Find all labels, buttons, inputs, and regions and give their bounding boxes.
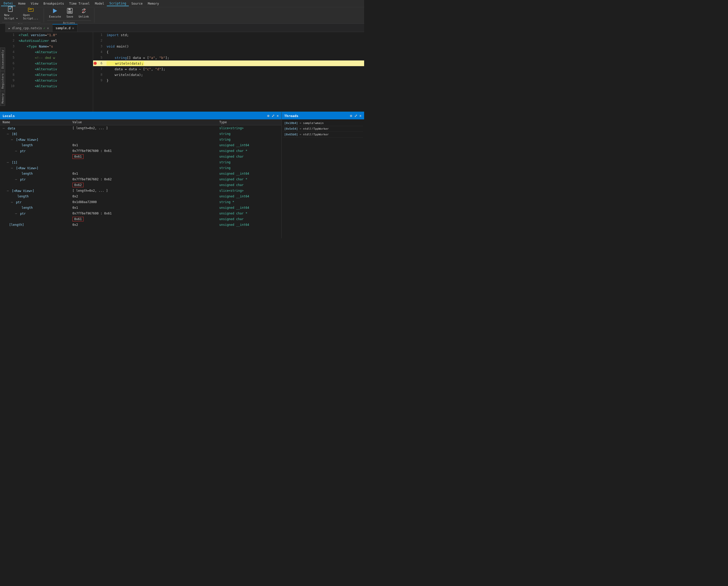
list-item: − [<Raw View>] [ length=0x2, ... ] slice… bbox=[0, 188, 281, 193]
local-type-length0: unsigned __int64 bbox=[219, 143, 281, 147]
toolbar-actions-group: Execute Save bbox=[47, 8, 94, 23]
menu-breakpoints[interactable]: Breakpoints bbox=[41, 1, 67, 6]
menu-memory[interactable]: Memory bbox=[145, 1, 161, 6]
code-line-l3: 3 <Type Name="s bbox=[5, 44, 93, 49]
execute-label: Execute bbox=[49, 15, 61, 18]
threads-close-button[interactable]: × bbox=[359, 114, 361, 118]
expand-rawview2-icon[interactable]: − bbox=[7, 189, 9, 193]
thread-name-2: ntdll!TppWorker bbox=[303, 127, 329, 131]
save-button[interactable]: Save bbox=[64, 6, 76, 19]
thread-item-3[interactable]: [0x65b0] = ntdll!TppWorker bbox=[283, 132, 363, 137]
local-name-val62 bbox=[0, 183, 72, 187]
thread-sep-1: = bbox=[300, 122, 303, 125]
expand-rawview0-icon[interactable]: − bbox=[11, 137, 13, 141]
expand-ptr0-icon[interactable]: − bbox=[15, 149, 17, 153]
expand-1-icon[interactable]: − bbox=[7, 160, 9, 164]
local-value-val61b: 0x61 bbox=[72, 217, 219, 221]
registers-tab[interactable]: Registers bbox=[0, 71, 5, 91]
threads-panel-header: Threads ⊕ ⤢ × bbox=[282, 112, 364, 119]
value-box-62: 0x62 bbox=[72, 183, 83, 187]
local-name-length2: length bbox=[0, 194, 72, 198]
unlink-button[interactable]: Unlink bbox=[77, 6, 91, 19]
list-item: − [0] string bbox=[0, 131, 281, 137]
value-box-61a: 0x61 bbox=[72, 154, 83, 159]
local-value-ptr2: 0x1d88aa72000 bbox=[72, 200, 219, 204]
local-type-data: slice<string> bbox=[219, 126, 281, 130]
code-line-r9: 9 } bbox=[93, 78, 364, 83]
expand-ptr1-icon[interactable]: − bbox=[15, 177, 17, 181]
menu-scripting[interactable]: Scripting bbox=[107, 1, 129, 6]
list-item: − [<Raw View>] string bbox=[0, 137, 281, 142]
bottom-panel: Locals ⊕ ⤢ × Name Value Type − data [ le… bbox=[0, 112, 364, 238]
save-label: Save bbox=[67, 15, 73, 18]
natvis-tab-label: dlang_cpp.natvis bbox=[12, 26, 42, 30]
list-item: − [<Raw View>] string bbox=[0, 165, 281, 171]
disassembly-tab[interactable]: Disassembly bbox=[0, 48, 5, 71]
col-name-header: Name bbox=[0, 121, 72, 124]
tab-sample[interactable]: sample.d × bbox=[52, 24, 78, 32]
thread-addr-1: [0x10b4] bbox=[284, 122, 298, 125]
new-script-button[interactable]: NewScript ▾ bbox=[2, 5, 20, 21]
editor-tab-bar: ▸ dlang_cpp.natvis ✓ × sample.d × bbox=[5, 24, 364, 32]
threads-panel-actions: ⊕ ⤢ × bbox=[350, 114, 361, 118]
value-box-61b: 0x61 bbox=[72, 217, 83, 221]
local-name-val61b bbox=[0, 217, 72, 221]
col-type-header: Type bbox=[219, 121, 281, 124]
expand-0-icon[interactable]: − bbox=[7, 132, 9, 136]
thread-item-2[interactable]: [0x5e54] = ntdll!TppWorker bbox=[283, 126, 363, 132]
list-item: [length] 0x2 unsigned __int64 bbox=[0, 222, 281, 228]
natvis-code-panel: 1 <?xml version="1.0" 2 <AutoVisualizer … bbox=[5, 32, 93, 112]
sample-code-panel: 1 import std; 2 3 void main() 4 { 5 bbox=[93, 32, 364, 112]
local-type-ptr3: unsigned char * bbox=[219, 212, 281, 215]
threads-float-button[interactable]: ⤢ bbox=[354, 114, 357, 118]
list-item: − ptr 0x7ff6ef967600 : 0x61 unsigned cha… bbox=[0, 148, 281, 154]
local-type-length-top: unsigned __int64 bbox=[219, 223, 281, 227]
menu-model[interactable]: Model bbox=[92, 1, 107, 6]
local-name-length-top: [length] bbox=[0, 223, 72, 227]
sample-tab-label: sample.d bbox=[56, 26, 71, 30]
sample-close-button[interactable]: × bbox=[72, 26, 74, 30]
expand-ptr2-icon[interactable]: − bbox=[11, 200, 13, 204]
locals-pin-button[interactable]: ⊕ bbox=[267, 114, 269, 118]
locals-float-button[interactable]: ⤢ bbox=[272, 114, 275, 118]
expand-ptr3-icon[interactable]: − bbox=[15, 211, 17, 215]
menu-source[interactable]: Source bbox=[129, 1, 145, 6]
local-name-length1: length bbox=[0, 172, 72, 176]
code-line-l4: 4 <Alternativ bbox=[5, 49, 93, 55]
threads-panel: Threads ⊕ ⤢ × [0x10b4] = sample!wmain [0… bbox=[281, 112, 364, 238]
thread-sep-2: = bbox=[300, 127, 303, 131]
local-type-rawview0: string bbox=[219, 138, 281, 141]
list-item: length 0x2 unsigned __int64 bbox=[0, 193, 281, 199]
local-value-rawview2: [ length=0x2, ... ] bbox=[72, 189, 219, 192]
natvis-close-button[interactable]: × bbox=[47, 26, 49, 30]
threads-pin-button[interactable]: ⊕ bbox=[350, 114, 352, 118]
execute-icon bbox=[51, 7, 59, 15]
thread-addr-3: [0x65b0] bbox=[284, 133, 298, 136]
open-script-button[interactable]: OpenScript... bbox=[21, 5, 41, 21]
tab-natvis[interactable]: ▸ dlang_cpp.natvis ✓ × bbox=[5, 24, 52, 32]
execute-button[interactable]: Execute bbox=[47, 6, 63, 19]
list-item: length 0x1 unsigned __int64 bbox=[0, 142, 281, 148]
local-type-val62: unsigned char bbox=[219, 183, 281, 187]
svg-rect-5 bbox=[29, 9, 32, 9]
code-line-l2: 2 <AutoVisualizer xml bbox=[5, 38, 93, 44]
list-item: length 0x1 unsigned __int64 bbox=[0, 171, 281, 177]
local-name-rawview2: − [<Raw View>] bbox=[0, 189, 72, 193]
local-value-length3: 0x1 bbox=[72, 206, 219, 210]
expand-rawview1-icon[interactable]: − bbox=[11, 166, 13, 170]
thread-item-1[interactable]: [0x10b4] = sample!wmain bbox=[283, 121, 363, 126]
list-item: − [1] string bbox=[0, 159, 281, 165]
locals-close-button[interactable]: × bbox=[277, 114, 279, 118]
local-value-ptr1: 0x7ff6ef967602 : 0x62 bbox=[72, 178, 219, 181]
code-line-r2: 2 bbox=[93, 38, 364, 44]
code-line-l1: 1 <?xml version="1.0" bbox=[5, 32, 93, 38]
list-item: 0x61 unsigned char bbox=[0, 216, 281, 222]
list-item: − ptr 0x1d88aa72000 string * bbox=[0, 199, 281, 205]
list-item: length 0x1 unsigned __int64 bbox=[0, 205, 281, 211]
code-line-l7: 7 <Alternativ bbox=[5, 66, 93, 72]
col-value-header: Value bbox=[72, 121, 219, 124]
memory-tab[interactable]: Memory bbox=[0, 91, 5, 106]
local-name-length3: length bbox=[0, 206, 72, 210]
local-name-1: − [1] bbox=[0, 160, 72, 164]
menu-timetravel[interactable]: Time Travel bbox=[67, 1, 92, 6]
